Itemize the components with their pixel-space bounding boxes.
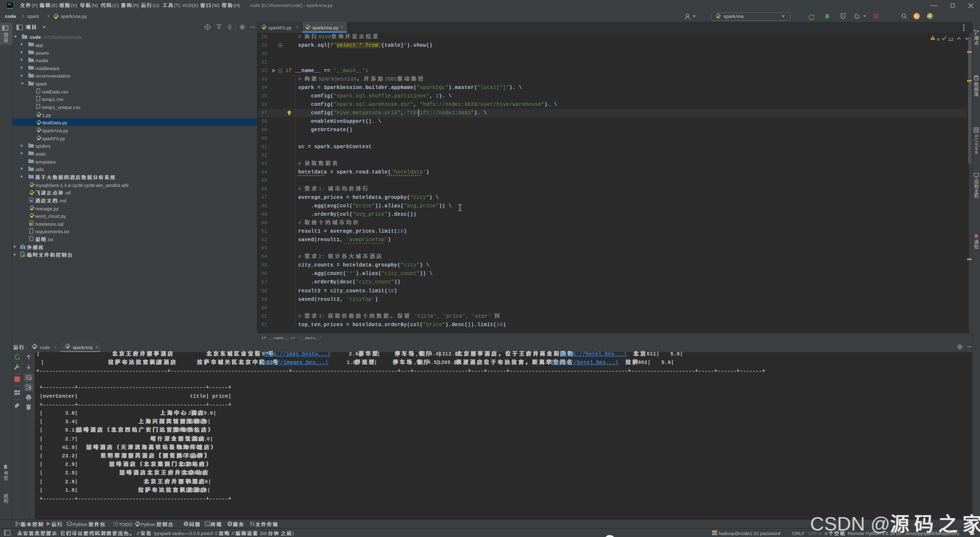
svg-text:C: C (842, 14, 844, 17)
